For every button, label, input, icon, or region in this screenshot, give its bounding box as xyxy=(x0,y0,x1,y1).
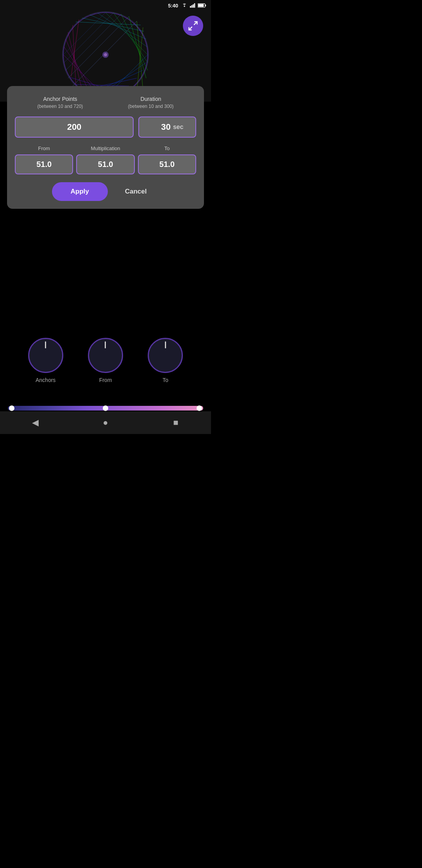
svg-point-37 xyxy=(104,53,107,56)
nav-bar: ◀ ● ■ xyxy=(0,411,211,434)
multiplication-input[interactable] xyxy=(76,154,134,174)
duration-input-wrapper: sec xyxy=(138,117,196,138)
duration-label: Duration (between 10 and 300) xyxy=(106,95,196,109)
modal-header: Anchor Points (between 10 and 720) Durat… xyxy=(15,95,196,109)
from-knob[interactable] xyxy=(88,338,123,373)
signal-icon xyxy=(190,3,195,8)
gradient-dot-center[interactable] xyxy=(103,405,108,411)
gradient-slider[interactable] xyxy=(8,406,203,411)
fullscreen-button[interactable] xyxy=(183,16,203,36)
anchor-points-label: Anchor Points (between 10 and 720) xyxy=(15,95,106,109)
nav-home-button[interactable]: ● xyxy=(94,415,117,430)
svg-line-12 xyxy=(129,16,146,78)
fullscreen-icon xyxy=(188,20,198,31)
svg-line-39 xyxy=(189,27,192,30)
svg-line-23 xyxy=(66,39,90,94)
svg-rect-0 xyxy=(190,6,191,7)
settings-modal: Anchor Points (between 10 and 720) Durat… xyxy=(7,86,204,209)
top-inputs: sec xyxy=(15,117,196,138)
from-knob-indicator xyxy=(105,341,106,348)
knobs-area: Anchors From To xyxy=(0,338,211,383)
nav-recent-button[interactable]: ■ xyxy=(164,415,188,430)
from-label: From xyxy=(38,145,50,151)
to-knob-group: To xyxy=(148,338,183,383)
cancel-button[interactable]: Cancel xyxy=(113,182,159,201)
svg-rect-2 xyxy=(193,4,194,7)
to-col: To xyxy=(138,145,196,174)
anchors-knob-group: Anchors xyxy=(28,338,63,383)
from-knob-group: From xyxy=(88,338,123,383)
status-icons xyxy=(181,3,206,8)
svg-rect-6 xyxy=(205,5,206,7)
recent-icon: ■ xyxy=(173,418,178,428)
to-knob[interactable] xyxy=(148,338,183,373)
to-label: To xyxy=(164,145,170,151)
bottom-inputs: From Multiplication To xyxy=(15,145,196,174)
from-col: From xyxy=(15,145,73,174)
back-icon: ◀ xyxy=(32,418,39,428)
multiplication-label: Multiplication xyxy=(91,145,120,151)
home-icon: ● xyxy=(103,418,108,428)
svg-line-33 xyxy=(90,15,146,39)
anchor-points-input[interactable] xyxy=(15,117,134,138)
status-bar: 5:40 xyxy=(0,0,211,11)
modal-buttons: Apply Cancel xyxy=(15,182,196,201)
battery-icon xyxy=(198,3,206,8)
svg-line-38 xyxy=(194,22,197,25)
duration-unit: sec xyxy=(173,124,184,131)
anchors-knob-label: Anchors xyxy=(36,377,55,383)
svg-line-29 xyxy=(66,14,121,70)
svg-rect-3 xyxy=(194,3,195,7)
wifi-icon xyxy=(181,3,188,8)
svg-line-11 xyxy=(121,14,148,70)
svg-line-14 xyxy=(137,27,143,92)
svg-line-30 xyxy=(68,16,129,78)
gradient-dot-right[interactable] xyxy=(197,405,202,411)
anchors-knob[interactable] xyxy=(28,338,63,373)
status-time: 5:40 xyxy=(168,3,178,9)
apply-button[interactable]: Apply xyxy=(52,182,108,201)
to-knob-indicator xyxy=(165,341,166,348)
svg-rect-1 xyxy=(191,5,193,7)
from-input[interactable] xyxy=(15,154,73,174)
multiplication-col: Multiplication xyxy=(76,145,134,174)
duration-input[interactable] xyxy=(151,122,171,132)
nav-back-button[interactable]: ◀ xyxy=(23,415,47,430)
to-knob-label: To xyxy=(163,377,168,383)
from-knob-label: From xyxy=(99,377,112,383)
svg-rect-5 xyxy=(198,4,204,7)
anchors-knob-indicator xyxy=(45,341,46,348)
to-input[interactable] xyxy=(138,154,196,174)
gradient-dot-left[interactable] xyxy=(9,405,14,411)
